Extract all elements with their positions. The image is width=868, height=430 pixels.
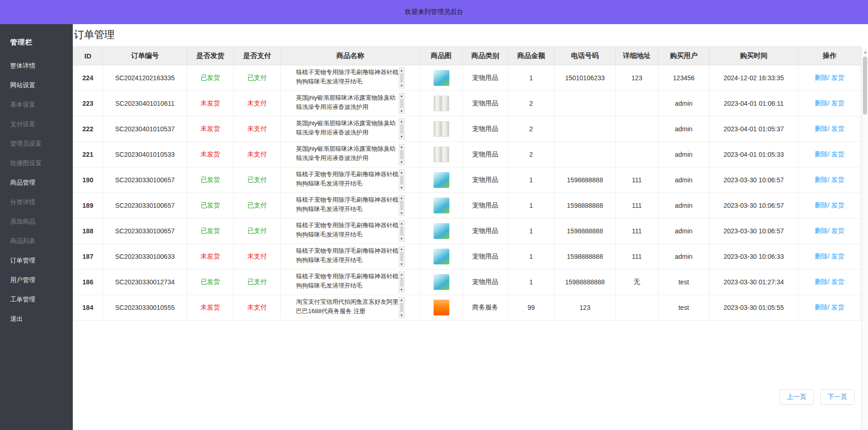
product-name-textarea[interactable]: 英国jhly银渐层猫咪沐浴露宠物除臭幼猫洗澡专用浴液香波洗护用 [296,119,399,139]
scroll-up-icon[interactable]: ▲ [399,195,404,200]
scroll-up-icon[interactable]: ▲ [399,246,404,251]
delete-link[interactable]: 删除 [815,125,828,132]
ship-link[interactable]: 发货 [831,150,844,158]
textarea-scrollbar[interactable]: ▲ ▼ [399,93,405,114]
scroll-down-icon[interactable]: ▼ [399,313,404,318]
scroll-thumb[interactable] [400,150,403,159]
sidebar-item[interactable]: 基本设置 [0,95,73,115]
scroll-up-icon[interactable]: ▲ [399,272,404,277]
sidebar-item[interactable]: 管理员设置 [0,134,73,154]
product-name-textarea[interactable]: 英国jhly银渐层猫咪沐浴露宠物除臭幼猫洗澡专用浴液香波洗护用 [296,93,399,114]
product-name-textarea[interactable]: 猫梳子宠物专用除浮毛刷撸猫神器针梳狗狗猫咪毛发清理开结毛 [296,272,399,292]
scroll-up-icon[interactable]: ▲ [399,170,404,175]
scroll-down-icon[interactable]: ▼ [399,287,404,292]
scroll-up-icon[interactable]: ▲ [399,93,404,98]
textarea-scrollbar[interactable]: ▲ ▼ [399,297,405,318]
sidebar-item[interactable]: 分类详情 [0,193,73,212]
scroll-thumb[interactable] [400,99,403,108]
sidebar-item[interactable]: 商品管理 [0,173,73,193]
scroll-thumb[interactable] [400,226,403,236]
delete-link[interactable]: 删除 [815,150,828,158]
delete-link[interactable]: 删除 [815,201,828,209]
ship-link[interactable]: 发货 [831,303,844,311]
textarea-scrollbar[interactable]: ▲ ▼ [399,195,405,216]
scroll-up-icon[interactable]: ▲ [399,68,404,73]
scroll-down-icon[interactable]: ▼ [399,134,404,139]
sidebar-item[interactable]: 轮播图设置 [0,154,73,173]
textarea-scrollbar[interactable]: ▲ ▼ [399,169,405,191]
scroll-thumb[interactable] [400,277,403,287]
phone-number: 1598888888 [555,193,616,218]
scroll-up-icon[interactable]: ▲ [399,297,404,302]
delete-link[interactable]: 删除 [815,74,828,81]
sidebar-item[interactable]: 添加商品 [0,212,73,231]
sidebar-item[interactable]: 商品列表 [0,231,73,251]
ship-link[interactable]: 发货 [831,125,844,132]
scroll-thumb[interactable] [400,303,403,312]
order-id: 184 [73,295,103,321]
detail-address [616,142,658,167]
scrollbar-thumb[interactable] [863,57,867,115]
delete-link[interactable]: 删除 [815,176,828,183]
scroll-thumb[interactable] [400,201,403,210]
next-page-button[interactable]: 下一页 [820,389,855,405]
scroll-thumb[interactable] [400,73,403,83]
ship-link[interactable]: 发货 [831,278,844,285]
sidebar-item[interactable]: 支付设置 [0,115,73,134]
action-separator: / [828,74,830,81]
product-name-textarea[interactable]: 猫梳子宠物专用除浮毛刷撸猫神器针梳狗狗猫咪毛发清理开结毛 [296,195,399,216]
scroll-down-icon[interactable]: ▼ [399,109,404,114]
sidebar-item[interactable]: 网站设置 [0,76,73,95]
product-name-textarea[interactable]: 英国jhly银渐层猫咪沐浴露宠物除臭幼猫洗澡专用浴液香波洗护用 [296,144,399,165]
col-header-actions: 操作 [798,47,861,65]
product-name-cell: 猫梳子宠物专用除浮毛刷撸猫神器针梳狗狗猫咪毛发清理开结毛 ▲ ▼ [281,65,420,91]
product-name-textarea[interactable]: 猫梳子宠物专用除浮毛刷撸猫神器针梳狗狗猫咪毛发清理开结毛 [296,246,399,267]
delete-link[interactable]: 删除 [815,99,828,107]
textarea-scrollbar[interactable]: ▲ ▼ [399,118,405,140]
sidebar-item[interactable]: 用户管理 [0,270,73,290]
textarea-scrollbar[interactable]: ▲ ▼ [399,220,405,242]
scroll-up-icon[interactable]: ▲ [399,119,404,124]
sidebar-item[interactable]: 整体详情 [0,56,73,76]
product-image [434,70,449,86]
ship-link[interactable]: 发货 [831,176,844,183]
textarea-scrollbar[interactable]: ▲ ▼ [399,246,405,267]
scroll-thumb[interactable] [400,124,403,134]
ship-link[interactable]: 发货 [831,99,844,107]
scroll-up-icon[interactable]: ▲ [399,144,404,149]
textarea-scrollbar[interactable]: ▲ ▼ [399,144,405,165]
ship-link[interactable]: 发货 [831,74,844,81]
delete-link[interactable]: 删除 [815,303,828,311]
product-name-textarea[interactable]: 猫梳子宠物专用除浮毛刷撸猫神器针梳狗狗猫咪毛发清理开结毛 [296,170,399,190]
scroll-thumb[interactable] [400,252,403,261]
product-category: 宠物用品 [463,91,508,116]
scroll-down-icon[interactable]: ▼ [399,236,404,241]
page-scrollbar[interactable]: ▲ ▼ [862,48,868,430]
textarea-scrollbar[interactable]: ▲ ▼ [399,271,405,293]
sidebar-item[interactable]: 订单管理 [0,251,73,270]
scroll-down-icon[interactable]: ▼ [399,160,404,165]
ship-status: 未发货 [201,252,220,260]
product-name-textarea[interactable]: 猫梳子宠物专用除浮毛刷撸猫神器针梳狗狗猫咪毛发清理开结毛 [296,221,399,241]
sidebar-item[interactable]: 退出 [0,309,73,329]
scroll-up-icon[interactable]: ▲ [399,221,404,226]
ship-status: 未发货 [201,303,220,311]
product-name-textarea[interactable]: 猫梳子宠物专用除浮毛刷撸猫神器针梳狗狗猫咪毛发清理开结毛 [296,68,399,88]
scroll-down-icon[interactable]: ▼ [399,185,404,190]
ship-link[interactable]: 发货 [831,227,844,234]
delete-link[interactable]: 删除 [815,252,828,260]
scrollbar-up-icon[interactable]: ▲ [862,49,868,56]
scroll-down-icon[interactable]: ▼ [399,211,404,216]
sidebar-item-label: 轮播图设置 [10,160,42,167]
delete-link[interactable]: 删除 [815,278,828,285]
ship-link[interactable]: 发货 [831,252,844,260]
delete-link[interactable]: 删除 [815,227,828,234]
product-name-textarea[interactable]: 淘宝支付宝信用代拍闲鱼京东好友阿里巴巴1688代商务服务 注册 [296,297,399,318]
textarea-scrollbar[interactable]: ▲ ▼ [399,67,405,89]
scroll-thumb[interactable] [400,175,403,185]
scroll-down-icon[interactable]: ▼ [399,262,404,267]
ship-link[interactable]: 发货 [831,201,844,209]
prev-page-button[interactable]: 上一页 [779,389,814,405]
scroll-down-icon[interactable]: ▼ [399,83,404,88]
sidebar-item[interactable]: 工单管理 [0,290,73,309]
